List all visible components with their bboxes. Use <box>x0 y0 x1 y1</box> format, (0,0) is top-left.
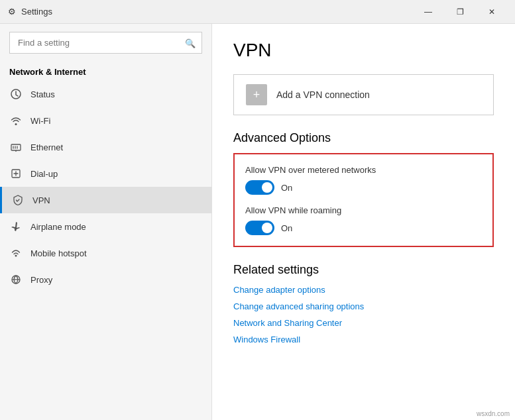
close-button[interactable]: ✕ <box>477 3 507 21</box>
toggle-control-metered: On <box>245 180 482 195</box>
sidebar-item-label-dialup: Dial-up <box>30 169 58 179</box>
maximize-button[interactable]: ❐ <box>445 3 475 21</box>
svg-rect-1 <box>11 144 21 150</box>
content-area: VPN + Add a VPN connection Advanced Opti… <box>212 24 515 420</box>
airplane-icon <box>9 220 23 233</box>
toggle-label-roaming: Allow VPN while roaming <box>245 205 482 215</box>
toggle-row-metered: Allow VPN over metered networks On <box>245 165 482 195</box>
svg-point-3 <box>15 255 17 257</box>
title-bar: ⚙ Settings — ❐ ✕ <box>0 0 515 24</box>
toggle-control-roaming: On <box>245 221 482 235</box>
title-bar-left: ⚙ Settings <box>8 7 52 17</box>
sidebar-item-label-wifi: Wi-Fi <box>30 116 50 126</box>
sidebar-item-dialup[interactable]: Dial-up <box>0 160 211 187</box>
related-settings-title: Related settings <box>233 263 494 277</box>
toggle-roaming[interactable] <box>245 221 274 235</box>
advanced-options-title: Advanced Options <box>233 131 494 145</box>
sidebar-item-vpn[interactable]: VPN <box>0 187 211 213</box>
add-vpn-button[interactable]: + Add a VPN connection <box>233 74 494 115</box>
sidebar-item-label-hotspot: Mobile hotspot <box>30 248 87 258</box>
settings-icon: ⚙ <box>8 7 16 17</box>
sidebar-item-ethernet[interactable]: Ethernet <box>0 134 211 160</box>
sidebar-item-airplane[interactable]: Airplane mode <box>0 213 211 240</box>
advanced-options-box: Allow VPN over metered networks On Allow… <box>233 153 494 247</box>
sidebar-item-label-airplane: Airplane mode <box>30 222 86 232</box>
search-container: 🔍 <box>9 32 202 54</box>
add-vpn-label: Add a VPN connection <box>276 89 370 100</box>
sidebar-item-hotspot[interactable]: Mobile hotspot <box>0 240 211 266</box>
ethernet-icon <box>9 140 23 154</box>
section-label: Network & Internet <box>0 62 211 81</box>
dialup-icon <box>9 167 23 180</box>
related-link-firewall[interactable]: Windows Firewall <box>233 335 494 344</box>
related-link-center[interactable]: Network and Sharing Center <box>233 318 494 328</box>
hotspot-icon <box>9 246 23 260</box>
toggle-state-roaming: On <box>281 223 292 233</box>
add-icon: + <box>246 84 267 105</box>
sidebar: 🔍 Network & Internet Status Wi-F <box>0 24 212 420</box>
sidebar-item-label-ethernet: Ethernet <box>30 142 63 152</box>
minimize-button[interactable]: — <box>413 3 443 21</box>
sidebar-item-status[interactable]: Status <box>0 81 211 107</box>
main-layout: 🔍 Network & Internet Status Wi-F <box>0 24 515 420</box>
sidebar-item-proxy[interactable]: Proxy <box>0 266 211 293</box>
title-bar-controls: — ❐ ✕ <box>413 3 507 21</box>
toggle-metered[interactable] <box>245 180 274 195</box>
search-input[interactable] <box>9 32 202 54</box>
page-title: VPN <box>233 40 494 61</box>
sidebar-item-label-vpn: VPN <box>32 195 50 205</box>
search-icon: 🔍 <box>185 38 196 48</box>
title-bar-title: Settings <box>21 7 52 17</box>
sidebar-item-label-proxy: Proxy <box>30 275 52 285</box>
watermark: wsxdn.com <box>477 410 510 417</box>
related-link-adapter[interactable]: Change adapter options <box>233 285 494 295</box>
toggle-row-roaming: Allow VPN while roaming On <box>245 205 482 235</box>
sidebar-item-wifi[interactable]: Wi-Fi <box>0 107 211 134</box>
sidebar-item-label-status: Status <box>30 89 55 99</box>
related-link-sharing[interactable]: Change advanced sharing options <box>233 301 494 311</box>
wifi-icon <box>9 114 23 127</box>
vpn-icon <box>11 193 25 207</box>
proxy-icon <box>9 273 23 286</box>
status-icon <box>9 87 23 101</box>
toggle-state-metered: On <box>281 183 292 193</box>
toggle-label-metered: Allow VPN over metered networks <box>245 165 482 175</box>
